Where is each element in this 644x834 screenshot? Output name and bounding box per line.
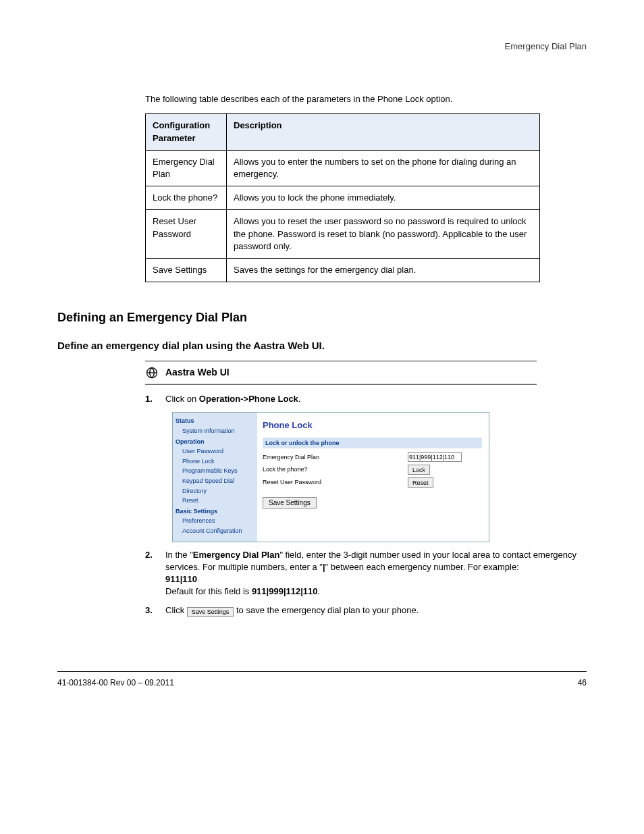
step-number: 1. <box>145 393 159 405</box>
sidebar-item-phone-lock[interactable]: Phone Lock <box>176 457 257 467</box>
footer-left: 41-001384-00 Rev 00 – 09.2011 <box>57 677 174 689</box>
step2-note-c: . <box>318 586 321 596</box>
save-settings-button[interactable]: Save Settings <box>263 497 317 509</box>
reset-button[interactable]: Reset <box>408 477 433 488</box>
sidebar-item-account-configuration[interactable]: Account Configuration <box>176 526 257 536</box>
webui-banner: Aastra Web UI <box>145 362 537 384</box>
sidebar-item-system-information[interactable]: System Information <box>176 426 257 436</box>
table-row: Save Settings Saves the settings for the… <box>146 258 540 282</box>
page-footer: 41-001384-00 Rev 00 – 09.2011 46 <box>57 677 587 689</box>
label-reset-user-password: Reset User Password <box>263 478 408 487</box>
table-row: Reset User Password Allows you to reset … <box>146 210 540 259</box>
param-name: Emergency Dial Plan <box>146 150 227 186</box>
globe-icon <box>145 366 159 380</box>
section-title: Defining an Emergency Dial Plan <box>57 309 587 326</box>
step2-note-b: 911|999|112|110 <box>252 586 318 596</box>
phone-lock-title: Phone Lock <box>263 419 482 432</box>
step-1-b: Operation->Phone Lock <box>199 394 298 404</box>
step-text: Click Save Settings to save the emergenc… <box>165 604 419 617</box>
step-number: 2. <box>145 549 159 598</box>
label-emergency-dial-plan: Emergency Dial Plan <box>263 453 408 462</box>
sidebar-group-status[interactable]: Status <box>176 415 257 426</box>
sidebar-group-operation[interactable]: Operation <box>176 436 257 447</box>
step-number: 3. <box>145 604 159 617</box>
footer-divider <box>57 671 587 672</box>
section-sub-title: Define an emergency dial plan using the … <box>57 338 587 353</box>
inline-save-settings-icon: Save Settings <box>187 605 234 617</box>
step-text: In the "Emergency Dial Plan" field, ente… <box>165 549 587 598</box>
phone-lock-section-bar: Lock or unlock the phone <box>263 438 482 449</box>
intro-text: The following table describes each of th… <box>145 93 587 105</box>
param-desc: Allows you to enter the numbers to set o… <box>227 150 540 186</box>
step2-a: In the " <box>165 550 193 560</box>
sidebar-item-keypad-speed-dial[interactable]: Keypad Speed Dial <box>176 476 257 486</box>
sidebar: Status System Information Operation User… <box>173 413 257 541</box>
param-desc: Allows you to lock the phone immediately… <box>227 186 540 210</box>
params-table: Configuration Parameter Description Emer… <box>145 113 540 282</box>
sidebar-item-directory[interactable]: Directory <box>176 486 257 496</box>
footer-right: 46 <box>578 677 587 689</box>
param-desc: Allows you to reset the user password so… <box>227 210 540 259</box>
sidebar-item-user-password[interactable]: User Password <box>176 446 257 457</box>
param-name: Save Settings <box>146 258 227 282</box>
params-table-header-1: Description <box>227 114 540 150</box>
divider <box>145 384 537 385</box>
save-settings-row: Save Settings <box>263 497 482 509</box>
phone-lock-main: Phone Lock Lock or unlock the phone Emer… <box>257 413 489 541</box>
inline-save-settings-button[interactable]: Save Settings <box>187 607 234 617</box>
emergency-dial-plan-input[interactable] <box>408 452 462 462</box>
webui-banner-text: Aastra Web UI <box>165 366 230 380</box>
page-header-right: Emergency Dial Plan <box>57 41 587 53</box>
phone-lock-screenshot: Status System Information Operation User… <box>172 412 489 542</box>
step2-e: " between each emergency number. For exa… <box>325 562 519 572</box>
sidebar-group-basic-settings[interactable]: Basic Settings <box>176 506 257 517</box>
step-1-c: . <box>298 394 301 404</box>
lock-button[interactable]: Lock <box>408 465 430 475</box>
sidebar-item-programmable-keys[interactable]: Programmable Keys <box>176 466 257 476</box>
row-emergency-dial-plan: Emergency Dial Plan <box>263 451 482 463</box>
sidebar-item-preferences[interactable]: Preferences <box>176 516 257 526</box>
sidebar-item-reset[interactable]: Reset <box>176 496 257 506</box>
params-table-header-0: Configuration Parameter <box>146 114 227 150</box>
table-row: Emergency Dial Plan Allows you to enter … <box>146 150 540 186</box>
step3-a: Click <box>165 605 187 615</box>
param-name: Reset User Password <box>146 210 227 259</box>
row-lock-phone: Lock the phone? Lock <box>263 463 482 476</box>
label-lock-phone: Lock the phone? <box>263 465 408 474</box>
step-text: Click on Operation->Phone Lock. <box>165 393 300 405</box>
step3-b: to save the emergency dial plan to your … <box>236 605 419 615</box>
step2-note: Default for this field is <box>165 586 252 596</box>
row-reset-user-password: Reset User Password Reset <box>263 476 482 489</box>
step2-b: Emergency Dial Plan <box>193 550 280 560</box>
step2-example: 911|110 <box>165 574 197 584</box>
param-desc: Saves the settings for the emergency dia… <box>227 258 540 282</box>
step-1-a: Click on <box>165 394 199 404</box>
param-name: Lock the phone? <box>146 186 227 210</box>
table-row: Lock the phone? Allows you to lock the p… <box>146 186 540 210</box>
